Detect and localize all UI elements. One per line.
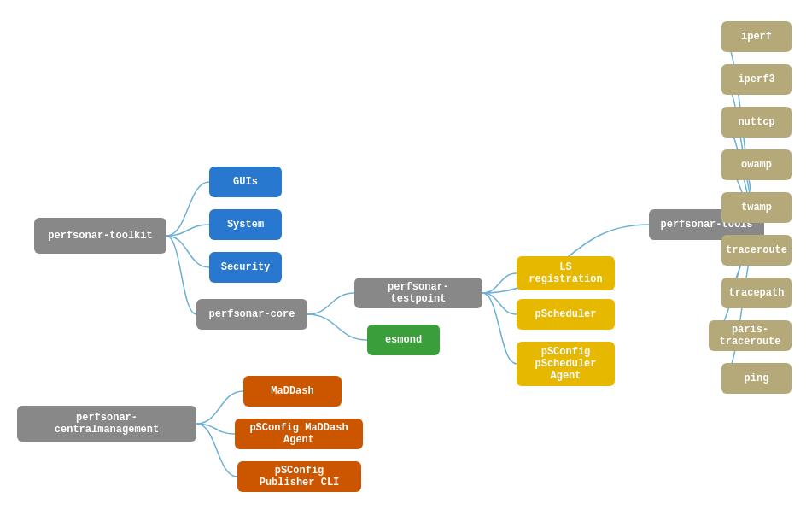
node-tracepath: tracepath xyxy=(721,278,792,308)
node-perfsonar_centralmanagement: perfsonar-centralmanagement xyxy=(17,406,196,442)
node-traceroute: traceroute xyxy=(721,235,792,266)
node-security: Security xyxy=(209,252,282,283)
node-owamp: owamp xyxy=(721,149,792,180)
node-perfsonar_testpoint: perfsonar-testpoint xyxy=(354,278,482,308)
node-iperf: iperf xyxy=(721,21,792,52)
connection-lines xyxy=(0,0,812,527)
node-psconfig_scheduler: pSConfig pScheduler Agent xyxy=(517,342,615,386)
node-pscheduler: pScheduler xyxy=(517,299,615,330)
node-iperf3: iperf3 xyxy=(721,64,792,95)
node-paris_traceroute: paris-traceroute xyxy=(709,320,792,351)
diagram: perfsonar-toolkitGUIsSystemSecurityperfs… xyxy=(0,0,812,527)
node-perfsonar_core: perfsonar-core xyxy=(196,299,307,330)
node-maddash: MaDDash xyxy=(243,376,342,407)
node-esmond: esmond xyxy=(367,325,440,355)
node-nuttcp: nuttcp xyxy=(721,107,792,138)
node-system: System xyxy=(209,209,282,240)
node-psconfig_publisher: pSConfig Publisher CLI xyxy=(237,461,361,492)
node-psconfig_maddash: pSConfig MaDDash Agent xyxy=(235,419,363,449)
node-guis: GUIs xyxy=(209,167,282,197)
node-ls_registration: LS registration xyxy=(517,256,615,290)
node-twamp: twamp xyxy=(721,192,792,223)
node-perfsonar_toolkit: perfsonar-toolkit xyxy=(34,218,166,254)
node-ping: ping xyxy=(721,363,792,394)
